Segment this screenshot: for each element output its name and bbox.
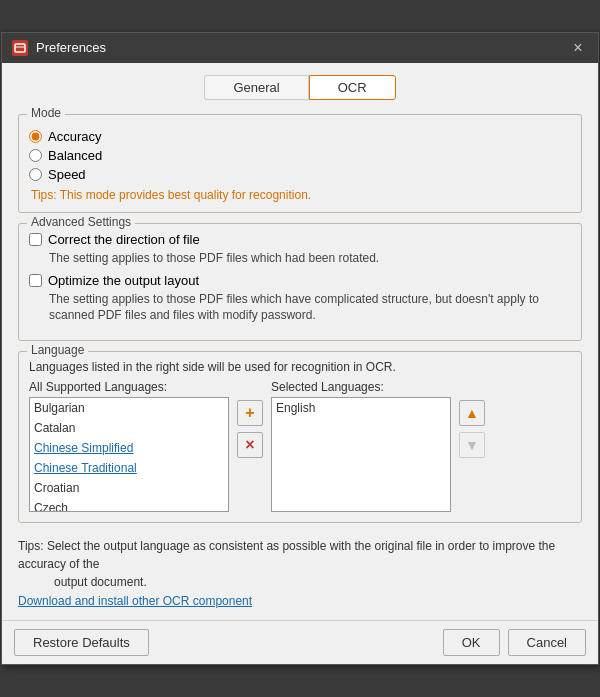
language-section: Language Languages listed in the right s… — [18, 351, 582, 523]
window-title: Preferences — [36, 40, 568, 55]
selected-languages-col: Selected Languages: English — [271, 380, 451, 512]
move-up-button[interactable]: ▲ — [459, 400, 485, 426]
optimize-layout-label: Optimize the output layout — [48, 273, 199, 288]
correct-dir-checkbox-label[interactable]: Correct the direction of file — [29, 232, 571, 247]
list-item[interactable]: Croatian — [30, 478, 228, 498]
cancel-button[interactable]: Cancel — [508, 629, 586, 656]
optimize-layout-desc: The setting applies to those PDF files w… — [49, 291, 571, 325]
footer: Restore Defaults OK Cancel — [2, 620, 598, 664]
footer-right-buttons: OK Cancel — [443, 629, 586, 656]
bottom-tips: Tips: Select the output language as cons… — [18, 531, 582, 608]
mode-legend: Mode — [27, 106, 65, 120]
list-item[interactable]: English — [272, 398, 450, 418]
all-languages-col: All Supported Languages: Bulgarian Catal… — [29, 380, 229, 512]
accuracy-label: Accuracy — [48, 129, 101, 144]
list-item[interactable]: Chinese Simplified — [30, 438, 228, 458]
mode-speed[interactable]: Speed — [29, 167, 571, 182]
correct-dir-desc: The setting applies to those PDF files w… — [49, 250, 571, 267]
language-legend: Language — [27, 343, 88, 357]
list-item[interactable]: Chinese Traditional — [30, 458, 228, 478]
restore-defaults-button[interactable]: Restore Defaults — [14, 629, 149, 656]
accuracy-radio[interactable] — [29, 130, 42, 143]
tips-content: Select the output language as consistent… — [18, 539, 555, 571]
tab-ocr[interactable]: OCR — [309, 75, 396, 100]
list-item[interactable]: Czech — [30, 498, 228, 512]
correct-dir-checkbox[interactable] — [29, 233, 42, 246]
correct-dir-label: Correct the direction of file — [48, 232, 200, 247]
list-item[interactable]: Bulgarian — [30, 398, 228, 418]
mode-tips: Tips: This mode provides best quality fo… — [31, 188, 571, 202]
all-languages-label: All Supported Languages: — [29, 380, 229, 394]
selected-languages-list[interactable]: English — [271, 397, 451, 512]
add-remove-buttons: + × — [237, 380, 263, 458]
selected-languages-label: Selected Languages: — [271, 380, 451, 394]
balanced-radio[interactable] — [29, 149, 42, 162]
mode-accuracy[interactable]: Accuracy — [29, 129, 571, 144]
balanced-label: Balanced — [48, 148, 102, 163]
advanced-section: Advanced Settings Correct the direction … — [18, 223, 582, 341]
tips-text: Tips: Select the output language as cons… — [18, 537, 582, 591]
close-button[interactable]: × — [568, 38, 588, 58]
mode-balanced[interactable]: Balanced — [29, 148, 571, 163]
language-description: Languages listed in the right side will … — [29, 360, 571, 374]
mode-section: Mode Accuracy Balanced Speed Tips: This … — [18, 114, 582, 213]
app-icon — [12, 40, 28, 56]
tips-label: Tips: — [18, 539, 47, 553]
move-down-button[interactable]: ▼ — [459, 432, 485, 458]
titlebar: Preferences × — [2, 33, 598, 63]
remove-language-button[interactable]: × — [237, 432, 263, 458]
optimize-layout-checkbox[interactable] — [29, 274, 42, 287]
ok-button[interactable]: OK — [443, 629, 500, 656]
add-language-button[interactable]: + — [237, 400, 263, 426]
tab-bar: General OCR — [18, 75, 582, 100]
main-content: General OCR Mode Accuracy Balanced Speed — [2, 63, 598, 620]
list-item[interactable]: Catalan — [30, 418, 228, 438]
speed-radio[interactable] — [29, 168, 42, 181]
advanced-legend: Advanced Settings — [27, 215, 135, 229]
tab-general[interactable]: General — [204, 75, 308, 100]
up-down-buttons: ▲ ▼ — [459, 380, 485, 458]
tips-indent: output document. — [54, 573, 582, 591]
svg-rect-0 — [15, 44, 25, 52]
preferences-window: Preferences × General OCR Mode Accuracy … — [1, 32, 599, 665]
optimize-layout-checkbox-label[interactable]: Optimize the output layout — [29, 273, 571, 288]
download-link[interactable]: Download and install other OCR component — [18, 594, 252, 608]
language-columns: All Supported Languages: Bulgarian Catal… — [29, 380, 571, 512]
speed-label: Speed — [48, 167, 86, 182]
all-languages-list[interactable]: Bulgarian Catalan Chinese Simplified Chi… — [29, 397, 229, 512]
mode-radio-group: Accuracy Balanced Speed — [29, 129, 571, 182]
